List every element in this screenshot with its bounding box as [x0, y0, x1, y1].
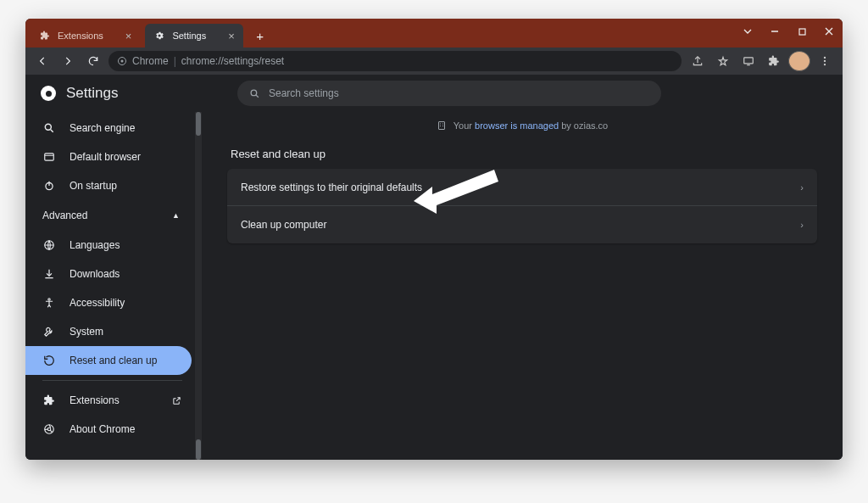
- svg-point-7: [824, 60, 826, 62]
- sidebar-item-label: About Chrome: [70, 423, 135, 435]
- close-icon[interactable]: ×: [125, 30, 132, 42]
- svg-rect-5: [747, 64, 750, 65]
- sidebar-item-label: Extensions: [70, 394, 120, 406]
- sidebar-item-label: System: [70, 326, 103, 338]
- close-button[interactable]: [815, 19, 843, 44]
- accessibility-icon: [42, 296, 56, 310]
- sidebar-item-languages[interactable]: Languages: [25, 231, 192, 260]
- url-box[interactable]: Chrome | chrome://settings/reset: [108, 51, 682, 71]
- sidebar-item-label: Search engine: [70, 122, 135, 134]
- sidebar: Search engine Default browser On startup…: [25, 112, 195, 460]
- svg-point-16: [48, 299, 50, 300]
- managed-link[interactable]: browser is managed: [475, 120, 559, 131]
- sidebar-item-label: Languages: [70, 239, 120, 251]
- sidebar-item-label: On startup: [70, 180, 117, 192]
- forward-button[interactable]: [58, 51, 78, 71]
- new-tab-button[interactable]: +: [250, 25, 270, 46]
- sidebar-item-label: Reset and clean up: [70, 355, 157, 366]
- globe-icon: [42, 238, 56, 252]
- svg-rect-19: [438, 122, 444, 130]
- restore-icon: [42, 354, 56, 367]
- settings-search[interactable]: [237, 81, 661, 106]
- bookmark-icon[interactable]: [712, 51, 734, 71]
- chevron-up-icon: ▲: [172, 211, 180, 220]
- chrome-page-icon: [117, 56, 127, 66]
- reset-card: Restore settings to their original defau…: [227, 169, 817, 243]
- search-icon: [249, 88, 260, 99]
- svg-point-8: [824, 64, 826, 65]
- url-path: chrome://settings/reset: [181, 55, 284, 67]
- menu-icon[interactable]: [814, 51, 836, 71]
- extensions-icon[interactable]: [763, 51, 785, 71]
- tab-label: Settings: [172, 31, 206, 41]
- page-title: Settings: [66, 85, 118, 102]
- svg-rect-21: [442, 124, 443, 125]
- address-bar: Chrome | chrome://settings/reset: [25, 48, 843, 75]
- sidebar-item-accessibility[interactable]: Accessibility: [25, 288, 192, 317]
- browser-icon: [42, 150, 56, 164]
- svg-point-6: [824, 57, 826, 59]
- sidebar-item-about[interactable]: About Chrome: [25, 415, 192, 444]
- sidebar-item-reset[interactable]: Reset and clean up: [25, 346, 192, 375]
- section-title: Reset and clean up: [231, 148, 817, 160]
- svg-rect-4: [744, 58, 754, 64]
- window-controls: [734, 19, 843, 44]
- share-icon[interactable]: [687, 51, 709, 71]
- power-icon: [42, 179, 56, 193]
- sidebar-item-on-startup[interactable]: On startup: [25, 171, 192, 200]
- divider: [42, 380, 182, 381]
- sidebar-item-label: Downloads: [70, 268, 120, 280]
- building-icon: [437, 120, 447, 131]
- row-clean-up[interactable]: Clean up computer ›: [227, 206, 817, 243]
- minimize-button[interactable]: [761, 19, 788, 44]
- sidebar-section-advanced[interactable]: Advanced ▲: [25, 200, 195, 231]
- sidebar-item-extensions[interactable]: Extensions: [25, 386, 192, 415]
- sidebar-item-label: Accessibility: [70, 297, 125, 309]
- puzzle-icon: [42, 394, 56, 407]
- url-scheme: Chrome: [132, 55, 169, 67]
- tab-strip: Extensions × Settings × +: [25, 19, 843, 48]
- chrome-logo-icon: [41, 86, 56, 101]
- main-panel: Your browser is managed by ozias.co Rese…: [202, 112, 843, 460]
- svg-rect-1: [799, 29, 805, 35]
- puzzle-icon: [39, 30, 51, 42]
- wrench-icon: [42, 325, 56, 338]
- svg-point-10: [45, 124, 51, 130]
- chrome-icon: [42, 422, 56, 436]
- tab-label: Extensions: [58, 31, 103, 41]
- close-icon[interactable]: ×: [228, 30, 235, 42]
- tab-settings[interactable]: Settings ×: [145, 24, 242, 48]
- svg-point-3: [121, 60, 124, 63]
- sidebar-item-system[interactable]: System: [25, 317, 192, 346]
- caret-down-icon[interactable]: [734, 19, 761, 44]
- sidebar-item-search-engine[interactable]: Search engine: [25, 114, 192, 143]
- back-button[interactable]: [32, 51, 53, 71]
- svg-rect-20: [440, 124, 441, 125]
- chevron-right-icon: ›: [800, 182, 804, 193]
- row-restore-defaults[interactable]: Restore settings to their original defau…: [227, 169, 817, 206]
- svg-rect-22: [440, 126, 441, 126]
- reload-button[interactable]: [83, 51, 103, 71]
- row-label: Clean up computer: [241, 219, 326, 231]
- row-label: Restore settings to their original defau…: [241, 182, 422, 193]
- maximize-button[interactable]: [788, 19, 815, 44]
- download-icon: [42, 267, 56, 281]
- scrollbar[interactable]: [195, 112, 202, 460]
- sidebar-item-downloads[interactable]: Downloads: [25, 260, 192, 288]
- gear-icon: [153, 30, 165, 42]
- search-input[interactable]: [269, 87, 649, 99]
- avatar[interactable]: [788, 51, 810, 71]
- managed-notice: Your browser is managed by ozias.co: [227, 112, 817, 143]
- sidebar-item-default-browser[interactable]: Default browser: [25, 143, 192, 171]
- external-link-icon: [172, 396, 181, 405]
- tab-extensions[interactable]: Extensions ×: [31, 24, 140, 48]
- browser-window: Extensions × Settings × +: [25, 19, 843, 460]
- chevron-right-icon: ›: [800, 220, 804, 230]
- search-icon: [42, 121, 56, 135]
- svg-point-9: [251, 90, 257, 96]
- cast-icon[interactable]: [737, 51, 760, 71]
- svg-rect-11: [45, 154, 54, 160]
- svg-rect-23: [442, 126, 443, 126]
- sidebar-item-label: Default browser: [70, 151, 141, 163]
- sidebar-section-label: Advanced: [42, 210, 87, 221]
